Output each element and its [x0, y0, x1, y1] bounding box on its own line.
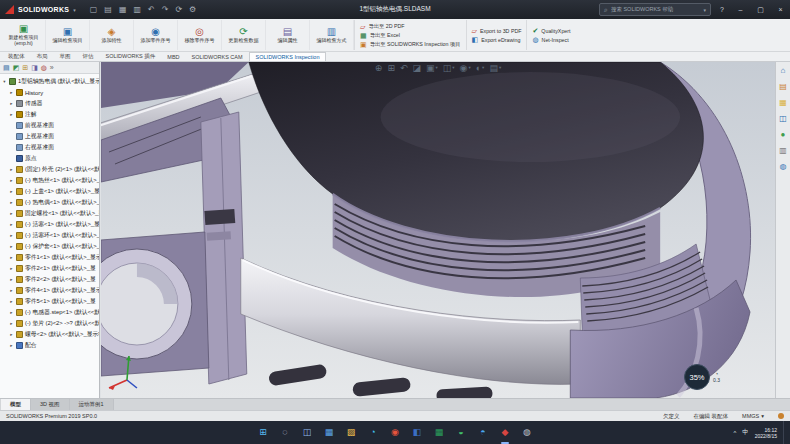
- tree-item[interactable]: ▸ (-) 上盖<1> (默认<<默认>_显示状: [0, 186, 99, 197]
- tab-model[interactable]: 模型: [1, 399, 31, 410]
- expand-arrow-icon[interactable]: ▸: [9, 310, 14, 315]
- tree-item[interactable]: ▸ 传感器: [0, 98, 99, 109]
- tab-evaluate[interactable]: 评估: [77, 52, 100, 61]
- net-inspect-button[interactable]: ◍ Net-Inspect: [532, 36, 570, 43]
- expand-arrow-icon[interactable]: ▸: [9, 299, 14, 304]
- chrome-button[interactable]: ◉: [388, 426, 402, 440]
- dropdown-arrow-icon[interactable]: ▾: [436, 66, 438, 71]
- edit-properties-button[interactable]: ▤ 编辑属性: [266, 20, 310, 50]
- qq-button[interactable]: ◓: [476, 426, 490, 440]
- wechat-button[interactable]: ◒: [454, 426, 468, 440]
- tab-motion-study[interactable]: 运动算例1: [70, 399, 114, 410]
- save-icon[interactable]: ▦: [119, 6, 127, 14]
- update-inspection-button[interactable]: ⟳ 更新检查数据: [222, 20, 266, 50]
- start-button[interactable]: ⊞: [256, 426, 270, 440]
- expand-arrow-icon[interactable]: ▸: [9, 321, 14, 326]
- help-button[interactable]: ?: [716, 6, 728, 13]
- tab-sw-cam[interactable]: SOLIDWORKS CAM: [186, 53, 249, 61]
- tree-item[interactable]: ▸ History: [0, 87, 99, 98]
- appearances-icon[interactable]: ●: [781, 131, 786, 139]
- new-file-icon[interactable]: ▢: [90, 6, 98, 14]
- dropdown-arrow-icon[interactable]: ▾: [452, 66, 454, 71]
- widgets-button[interactable]: ▦: [322, 426, 336, 440]
- maximize-button[interactable]: ▢: [753, 0, 768, 19]
- ime-indicator[interactable]: 中: [742, 428, 749, 437]
- tab-mbd[interactable]: MBD: [161, 53, 185, 61]
- tab-sketch[interactable]: 草图: [54, 52, 77, 61]
- tree-item[interactable]: ▸ 螺母<2> (默认<<默认>_显示状态: [0, 329, 99, 340]
- expand-arrow-icon[interactable]: ▸: [9, 189, 14, 194]
- configurationmanager-tab-icon[interactable]: ⊞: [22, 64, 28, 71]
- edit-inspection-project-button[interactable]: ▣ 编辑检查项目: [46, 20, 90, 50]
- show-desktop-button[interactable]: [783, 421, 786, 444]
- remove-balloons-button[interactable]: ◎ 移除零件序号: [178, 20, 222, 50]
- tree-item[interactable]: ▸ 零件5<1> (默认<<默认>_显: [0, 296, 99, 307]
- dropdown-arrow-icon[interactable]: ▾: [482, 66, 484, 71]
- tree-item[interactable]: 上视基准面: [0, 131, 99, 142]
- tree-item[interactable]: ▸ (-) 活塞<1> (默认<<默认>_显: [0, 219, 99, 230]
- expand-arrow-icon[interactable]: ▸: [9, 233, 14, 238]
- tree-item[interactable]: ▾ 1型铝轴热电偶 (默认<默认_显示状态-1>): [0, 76, 99, 87]
- featuremanager-tab-icon[interactable]: ▤: [3, 64, 10, 71]
- tree-item[interactable]: ▸ (-) 保护套<1> (默认<<默认>_显示状: [0, 241, 99, 252]
- tree-item[interactable]: ▸ (-) 活塞环<1> (默认<<默认>_显示: [0, 230, 99, 241]
- recording-overlay[interactable]: 35% ◔ 0.3: [684, 364, 720, 390]
- tab-sw-addins[interactable]: SOLIDWORKS 插件: [100, 52, 162, 61]
- displaymanager-tab-icon[interactable]: ◍: [41, 64, 47, 71]
- close-button[interactable]: ×: [773, 0, 788, 19]
- units-selector[interactable]: MMGS ▾: [742, 413, 764, 419]
- expand-arrow-icon[interactable]: ▸: [9, 343, 14, 348]
- tab-assembly[interactable]: 装配体: [2, 52, 31, 61]
- tree-item[interactable]: ▸ 零件2<1> (默认<<默认>_显: [0, 263, 99, 274]
- expand-arrow-icon[interactable]: ▸: [9, 167, 14, 172]
- tree-item[interactable]: ▸ (-) 垫片 (2)<2> ->? (默认<<默认>: [0, 318, 99, 329]
- search-dropdown-arrow-icon[interactable]: ▾: [703, 7, 706, 13]
- expand-arrow-icon[interactable]: ▸: [9, 244, 14, 249]
- propertymanager-tab-icon[interactable]: ◩: [13, 64, 20, 71]
- tree-item[interactable]: ▸ 注解: [0, 109, 99, 120]
- expand-arrow-icon[interactable]: ▸: [9, 178, 14, 183]
- expand-arrow-icon[interactable]: ▾: [2, 79, 7, 84]
- export-excel-button[interactable]: ▦ 导出至 Excel: [360, 32, 461, 39]
- tree-item[interactable]: ▸ 固定螺栓<1> (默认<<默认>_显示: [0, 208, 99, 219]
- add-characteristic-button[interactable]: ◈ 添加特性: [90, 20, 134, 50]
- file-explorer-icon[interactable]: ▦: [779, 99, 787, 107]
- tree-item[interactable]: ▸ (-) 电热丝<1> (默认<<默认>_显: [0, 175, 99, 186]
- edge-button[interactable]: ◔: [366, 426, 380, 440]
- tree-item[interactable]: ▸ (-) 热电偶<1> (默认<<默认>_显: [0, 197, 99, 208]
- export-edrawing-button[interactable]: ◧ Export eDrawing: [472, 36, 522, 43]
- section-view-icon[interactable]: ◪: [412, 64, 421, 73]
- expand-arrow-icon[interactable]: ▸: [9, 222, 14, 227]
- previous-view-icon[interactable]: ↶: [400, 64, 408, 73]
- appearance-icon[interactable]: ◐ ▾: [476, 64, 485, 73]
- expand-arrow-icon[interactable]: ▸: [9, 332, 14, 337]
- tree-item[interactable]: ▸ (-) 电感器.step<1> (默认<<默认: [0, 307, 99, 318]
- excel-button[interactable]: ▦: [432, 426, 446, 440]
- expand-arrow-icon[interactable]: ▸: [9, 211, 14, 216]
- tree-item[interactable]: 前视基准面: [0, 120, 99, 131]
- dropdown-arrow-icon[interactable]: ▾: [468, 66, 470, 71]
- solidworks-resources-icon[interactable]: ⌂: [781, 67, 786, 75]
- 3d-model[interactable]: [101, 62, 775, 398]
- minimize-button[interactable]: –: [733, 0, 748, 19]
- view-palette-icon[interactable]: ◫: [779, 115, 787, 123]
- search-box[interactable]: ⌕ 搜索 SOLIDWORKS 帮助 ▾: [599, 3, 711, 16]
- export-2d-pdf-button[interactable]: ▱ 导出至 2D PDF: [360, 23, 461, 30]
- display-style-icon[interactable]: ◫ ▾: [443, 64, 455, 73]
- redo-icon[interactable]: ↷: [162, 6, 169, 14]
- word-button[interactable]: ◧: [410, 426, 424, 440]
- rebuild-icon[interactable]: ⟳: [175, 6, 182, 14]
- menu-expand-arrow-icon[interactable]: ▾: [73, 7, 76, 13]
- zoom-fit-icon[interactable]: ⊕: [375, 64, 383, 73]
- expand-arrow-icon[interactable]: ▸: [9, 277, 14, 282]
- expand-arrow-icon[interactable]: ▸: [9, 288, 14, 293]
- tab-3d-views[interactable]: 3D 视图: [31, 399, 70, 410]
- new-inspection-project-button[interactable]: ▣ 新建检查项目 (emp.hi): [2, 20, 46, 50]
- media-player-button[interactable]: ◍: [520, 426, 534, 440]
- tray-chevron-icon[interactable]: ^: [733, 430, 736, 436]
- design-library-icon[interactable]: ▤: [779, 83, 787, 91]
- qualityxpert-button[interactable]: ✔ QualityXpert: [532, 27, 570, 34]
- graphics-viewport[interactable]: ⊕ ⊞ ↶ ◪ ▣ ▾ ◫ ▾ ◉ ▾ ◐ ▾ ▤ ▾ 35%: [101, 62, 775, 398]
- tree-item[interactable]: ▸ 零件1<1> (默认<<默认>_显示状: [0, 252, 99, 263]
- custom-properties-icon[interactable]: ▥: [779, 147, 787, 155]
